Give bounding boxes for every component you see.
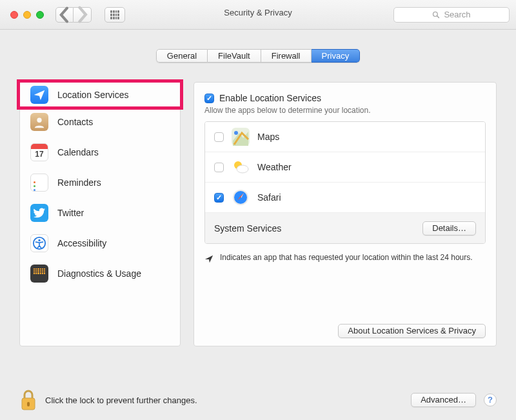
tab-privacy[interactable]: Privacy [312,49,361,63]
app-row-weather: Weather [205,152,485,183]
minimize-window-button[interactable] [23,11,31,19]
footer: Click the lock to prevent further change… [19,389,497,411]
svg-point-4 [38,239,40,241]
details-button[interactable]: Details… [422,221,476,235]
app-label: Weather [257,162,292,172]
enable-location-checkbox[interactable] [204,94,214,103]
app-label: Safari [257,192,281,203]
app-label: Maps [257,132,279,142]
sidebar-item-label: Contacts [57,117,93,127]
tab-filevault[interactable]: FileVault [208,49,261,63]
indicator-text: Indicates an app that has requested your… [220,253,473,262]
sidebar-item-location-services[interactable]: Location Services [17,79,183,110]
system-services-label: System Services [214,223,281,234]
location-indicator-icon [204,253,215,265]
advanced-button[interactable]: Advanced… [411,393,476,407]
search-placeholder: Search [444,10,470,19]
sidebar-item-label: Twitter [57,208,84,218]
forward-button[interactable] [74,7,92,23]
search-input[interactable]: Search [393,7,510,23]
show-all-button[interactable] [104,7,125,23]
svg-point-2 [37,117,41,122]
main-panel: Enable Location Services Allow the apps … [194,82,497,346]
sidebar-item-label: Location Services [57,90,129,100]
app-list: Maps Weather Safari S [204,121,486,244]
privacy-sidebar: Location Services Contacts 17 Calendars [19,82,181,346]
app-checkbox-maps[interactable] [214,132,224,142]
search-icon [432,11,440,19]
app-checkbox-weather[interactable] [214,163,224,172]
lock-text: Click the lock to prevent further change… [45,395,197,405]
maps-icon [232,128,250,146]
location-arrow-icon [30,86,48,104]
window-body: General FileVault Firewall Privacy Locat… [0,30,516,420]
helper-text: Allow the apps below to determine your l… [204,106,486,115]
system-services-row: System Services Details… [205,213,485,243]
svg-line-1 [437,15,439,17]
sidebar-item-contacts[interactable]: Contacts [20,106,180,137]
safari-icon [232,188,250,206]
sidebar-item-reminders[interactable]: Reminders [20,167,180,197]
sidebar-item-accessibility[interactable]: Accessibility [20,228,180,258]
sidebar-item-label: Calendars [57,147,99,157]
indicator-note: Indicates an app that has requested your… [204,253,486,265]
app-row-maps: Maps [205,122,485,152]
back-button[interactable] [55,7,74,23]
help-button[interactable]: ? [484,394,497,406]
sidebar-item-diagnostics[interactable]: Diagnostics & Usage [20,258,180,288]
app-row-safari: Safari [205,183,485,213]
tab-general[interactable]: General [156,49,208,63]
titlebar: Security & Privacy Search [0,0,516,30]
sidebar-item-twitter[interactable]: Twitter [20,197,180,228]
diagnostics-icon [30,265,48,283]
sidebar-item-label: Diagnostics & Usage [57,268,141,279]
sidebar-item-label: Reminders [57,177,101,188]
twitter-icon [30,204,48,222]
reminders-icon [30,174,48,192]
svg-rect-12 [27,402,30,406]
weather-icon [232,158,250,176]
close-window-button[interactable] [10,11,18,19]
tab-firewall[interactable]: Firewall [261,49,312,63]
app-checkbox-safari[interactable] [214,193,224,203]
zoom-window-button[interactable] [36,11,44,19]
svg-point-8 [237,165,248,173]
svg-point-6 [234,131,238,135]
tabs: General FileVault Firewall Privacy [19,30,497,63]
sidebar-item-label: Accessibility [57,238,106,248]
enable-location-row: Enable Location Services [204,93,486,103]
about-button[interactable]: About Location Services & Privacy [338,324,486,338]
accessibility-icon [30,234,48,252]
lock-icon[interactable] [19,389,37,411]
calendar-icon: 17 [30,143,48,161]
enable-location-label: Enable Location Services [219,93,321,103]
grid-icon [110,10,119,19]
window-controls [6,11,48,19]
nav-buttons [55,7,92,23]
sidebar-item-calendars[interactable]: 17 Calendars [20,137,180,167]
contacts-icon [30,113,48,131]
